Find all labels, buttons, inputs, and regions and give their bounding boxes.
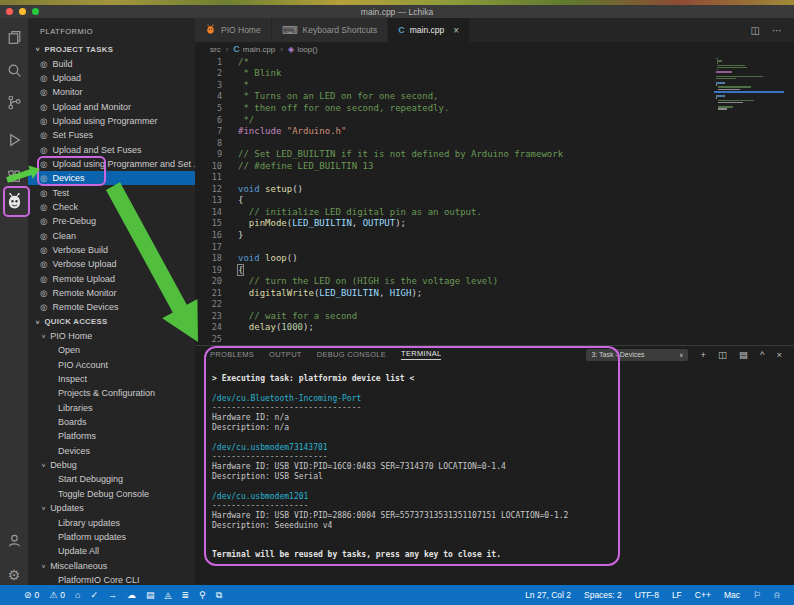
pio-build-button[interactable]: ✓: [91, 590, 99, 600]
sidebar-group-debug[interactable]: ∨Debug: [28, 458, 195, 472]
sidebar-item-monitor[interactable]: ◎Monitor: [28, 85, 195, 99]
sidebar-item-devices[interactable]: ◎Devices: [28, 171, 195, 185]
language-mode[interactable]: C++: [695, 590, 711, 600]
sidebar-item-pio-account[interactable]: PIO Account: [28, 358, 195, 372]
cursor-position[interactable]: Ln 27, Col 2: [525, 590, 571, 600]
run-debug-icon[interactable]: [0, 125, 28, 153]
sidebar-item-label: Build: [52, 59, 72, 69]
sidebar-item-upload-using-programmer-and-set[interactable]: ◎Upload using Programmer and Set ...: [28, 157, 195, 171]
pio-project-tasks-button[interactable]: ≣: [182, 590, 190, 600]
sidebar-item-toggle-debug-console[interactable]: Toggle Debug Console: [28, 487, 195, 501]
sidebar-item-label: Libraries: [58, 403, 93, 413]
tab-pio-home[interactable]: PIO Home: [195, 18, 272, 42]
notifications-bell-icon[interactable]: ⍾: [774, 590, 780, 601]
sidebar-section-quick-access[interactable]: ∨QUICK ACCESS: [28, 315, 195, 329]
tab-label: Keyboard Shortcuts: [303, 25, 378, 35]
extensions-icon[interactable]: [0, 162, 28, 190]
panel-tab-debug-console[interactable]: DEBUG CONSOLE: [317, 350, 386, 359]
sidebar-item-remote-monitor[interactable]: ◎Remote Monitor: [28, 286, 195, 300]
sidebar-item-library-updates[interactable]: Library updates: [28, 515, 195, 529]
indentation[interactable]: Spaces: 2: [584, 590, 622, 600]
sidebar-group-miscellaneous[interactable]: ∨Miscellaneous: [28, 558, 195, 572]
remote-platform[interactable]: Mac: [724, 590, 740, 600]
sidebar-item-clean[interactable]: ◎Clean: [28, 228, 195, 242]
eol-sequence[interactable]: LF: [672, 590, 682, 600]
terminal-selector-dropdown[interactable]: 3: Task - Devices ∨: [586, 349, 688, 361]
line-number: 10: [195, 161, 222, 171]
source-control-icon[interactable]: [0, 88, 28, 116]
sidebar-group-updates[interactable]: ∨Updates: [28, 501, 195, 515]
sidebar-section-project-tasks[interactable]: ∨PROJECT TASKS: [28, 42, 195, 56]
new-terminal-button[interactable]: +: [700, 349, 706, 360]
sidebar-item-platformio-core-cli[interactable]: PlatformIO Core CLI: [28, 573, 195, 585]
sidebar-item-label: Upload: [52, 73, 81, 83]
task-circle-icon: ◎: [40, 245, 47, 255]
pio-serial-monitor-button[interactable]: ⚲: [199, 590, 206, 600]
panel-tab-problems[interactable]: PROBLEMS: [210, 350, 254, 359]
sidebar-item-inspect[interactable]: Inspect: [28, 372, 195, 386]
sidebar-item-build[interactable]: ◎Build: [28, 56, 195, 70]
more-actions-button[interactable]: ⋯: [772, 25, 782, 36]
sidebar-item-check[interactable]: ◎Check: [28, 200, 195, 214]
sidebar-item-verbose-upload[interactable]: ◎Verbose Upload: [28, 257, 195, 271]
tab-label: main.cpp: [410, 25, 445, 35]
tab-main-cpp[interactable]: Cmain.cpp×: [388, 18, 470, 42]
sidebar-item-libraries[interactable]: Libraries: [28, 401, 195, 415]
search-icon[interactable]: [0, 56, 28, 84]
status-errors[interactable]: ⊘0: [24, 590, 39, 600]
breadcrumb-item-main-cpp[interactable]: Cmain.cpp: [233, 44, 275, 54]
panel-tab-terminal[interactable]: TERMINAL: [401, 349, 441, 360]
tab-keyboard-shortcuts[interactable]: ⌨Keyboard Shortcuts: [272, 18, 389, 42]
minimap[interactable]: [716, 58, 782, 113]
sidebar-item-start-debugging[interactable]: Start Debugging: [28, 472, 195, 486]
panel-tab-output[interactable]: OUTPUT: [269, 350, 302, 359]
sidebar-item-boards[interactable]: Boards: [28, 415, 195, 429]
sidebar-group-pio-home[interactable]: ∨PIO Home: [28, 329, 195, 343]
pio-terminal-button[interactable]: ⧉: [216, 590, 222, 601]
encoding[interactable]: UTF-8: [635, 590, 659, 600]
sidebar-item-open[interactable]: Open: [28, 343, 195, 357]
sidebar-item-remote-devices[interactable]: ◎Remote Devices: [28, 300, 195, 314]
sidebar-item-set-fuses[interactable]: ◎Set Fuses: [28, 128, 195, 142]
sidebar-item-platform-updates[interactable]: Platform updates: [28, 530, 195, 544]
sidebar-item-upload[interactable]: ◎Upload: [28, 71, 195, 85]
sidebar-item-projects-configuration[interactable]: Projects & Configuration: [28, 386, 195, 400]
sidebar-section-label: PROJECT TASKS: [44, 45, 113, 54]
tab-actions: ◫⋯: [751, 18, 794, 42]
status-count: 0: [35, 590, 40, 600]
code-editor[interactable]: 1/*2 * Blink3 *4 * Turns on an LED on fo…: [195, 56, 794, 345]
pio-test-button[interactable]: ◬: [165, 590, 172, 600]
pio-upload-button[interactable]: →: [108, 590, 117, 600]
feedback-icon[interactable]: ⚐: [753, 590, 761, 600]
platformio-icon[interactable]: [0, 188, 28, 216]
close-icon[interactable]: ×: [453, 25, 459, 36]
maximize-panel-button[interactable]: ^: [760, 349, 764, 360]
sidebar-item-upload-using-programmer[interactable]: ◎Upload using Programmer: [28, 114, 195, 128]
sidebar-item-pre-debug[interactable]: ◎Pre-Debug: [28, 214, 195, 228]
pio-home-button[interactable]: ⌂: [75, 590, 80, 600]
explorer-icon[interactable]: [0, 23, 28, 51]
line-number: 9: [195, 149, 222, 159]
account-icon[interactable]: [0, 526, 28, 554]
sidebar-item-verbose-build[interactable]: ◎Verbose Build: [28, 243, 195, 257]
window-title: main.cpp — Lchika: [0, 7, 794, 17]
kill-terminal-button[interactable]: ▤: [739, 349, 748, 360]
line-number: 20: [195, 276, 222, 286]
pio-remote-button[interactable]: ☁: [127, 590, 136, 600]
sidebar-item-test[interactable]: ◎Test: [28, 185, 195, 199]
breadcrumb-item-loop[interactable]: ◈loop(): [288, 45, 318, 54]
split-editor-button[interactable]: ◫: [751, 25, 760, 36]
sidebar-item-devices[interactable]: Devices: [28, 444, 195, 458]
split-terminal-button[interactable]: ◫: [718, 349, 727, 360]
sidebar-item-upload-and-monitor[interactable]: ◎Upload and Monitor: [28, 99, 195, 113]
breadcrumb-item-src[interactable]: src: [210, 45, 221, 54]
pio-clean-button[interactable]: ▤: [146, 590, 155, 600]
sidebar-item-platforms[interactable]: Platforms: [28, 429, 195, 443]
pio-remote-button-icon: ☁: [127, 590, 136, 600]
close-panel-button[interactable]: ×: [776, 349, 782, 360]
sidebar-item-update-all[interactable]: Update All: [28, 544, 195, 558]
sidebar-item-upload-and-set-fuses[interactable]: ◎Upload and Set Fuses: [28, 142, 195, 156]
terminal-output[interactable]: > Executing task: platformio device list…: [195, 363, 794, 560]
status-warnings[interactable]: ⚠0: [49, 590, 65, 600]
sidebar-item-remote-upload[interactable]: ◎Remote Upload: [28, 272, 195, 286]
